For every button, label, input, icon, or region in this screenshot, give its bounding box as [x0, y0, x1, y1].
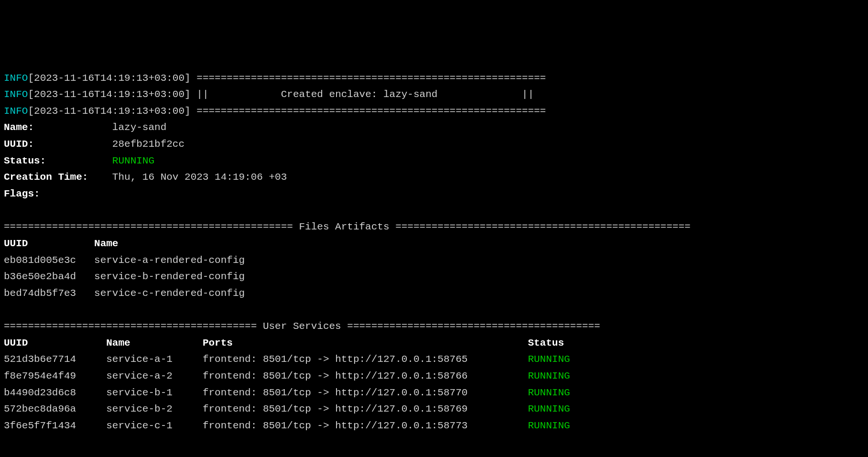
log-border: ========================================…: [196, 73, 546, 84]
summary-status-label: Status:: [4, 155, 112, 166]
files-row: b36e50e2ba4d service-b-rendered-config: [4, 269, 864, 285]
service-ports: frontend: 8501/tcp -> http://127.0.0.1:5…: [203, 403, 528, 414]
service-status: RUNNING: [528, 370, 570, 381]
log-line-banner: INFO[2023-11-16T14:19:13+03:00] || Creat…: [4, 87, 864, 103]
services-row: f8e7954e4f49 service-a-2 frontend: 8501/…: [4, 368, 864, 385]
summary-flags-label: Flags:: [4, 188, 112, 199]
log-timestamp: [2023-11-16T14:19:13+03:00]: [28, 73, 190, 84]
files-header-name: Name: [94, 238, 118, 249]
service-uuid: 572bec8da96a: [4, 403, 106, 414]
files-header-uuid: UUID: [4, 238, 94, 249]
service-name: service-b-1: [106, 387, 203, 398]
service-status: RUNNING: [528, 403, 570, 414]
service-uuid: f8e7954e4f49: [4, 370, 106, 381]
service-name: service-a-2: [106, 370, 203, 381]
files-rows-container: eb081d005e3c service-a-rendered-configb3…: [4, 252, 864, 302]
services-header-name: Name: [106, 337, 203, 348]
services-rows-container: 521d3b6e7714 service-a-1 frontend: 8501/…: [4, 351, 864, 434]
service-name: service-b-2: [106, 403, 203, 414]
files-header-row: UUID Name: [4, 236, 864, 252]
summary-flags-row: Flags:: [4, 186, 864, 203]
services-header-status: Status: [528, 337, 564, 348]
summary-status-row: Status: RUNNING: [4, 153, 864, 170]
services-section-title: ========================================…: [4, 318, 864, 335]
services-row: 3f6e5f7f1434 service-c-1 frontend: 8501/…: [4, 418, 864, 435]
summary-name-row: Name: lazy-sand: [4, 120, 864, 136]
services-header-ports: Ports: [203, 337, 528, 348]
service-status: RUNNING: [528, 354, 570, 365]
log-border: ========================================…: [196, 106, 546, 117]
files-row: eb081d005e3c service-a-rendered-config: [4, 252, 864, 269]
summary-creation-row: Creation Time: Thu, 16 Nov 2023 14:19:06…: [4, 169, 864, 186]
log-line-border-bottom: INFO[2023-11-16T14:19:13+03:00] ========…: [4, 103, 864, 120]
log-timestamp: [2023-11-16T14:19:13+03:00]: [28, 106, 190, 117]
service-name: service-c-1: [106, 420, 203, 431]
summary-uuid-value: 28efb21bf2cc: [112, 139, 184, 150]
log-level: INFO: [4, 106, 28, 117]
service-ports: frontend: 8501/tcp -> http://127.0.0.1:5…: [203, 354, 528, 365]
services-row: b4490d23d6c8 service-b-1 frontend: 8501/…: [4, 385, 864, 402]
services-row: 572bec8da96a service-b-2 frontend: 8501/…: [4, 401, 864, 418]
log-level: INFO: [4, 89, 28, 100]
services-header-row: UUID Name Ports Status: [4, 335, 864, 352]
summary-name-value: lazy-sand: [112, 122, 166, 133]
service-ports: frontend: 8501/tcp -> http://127.0.0.1:5…: [203, 370, 528, 381]
summary-uuid-row: UUID: 28efb21bf2cc: [4, 136, 864, 153]
service-ports: frontend: 8501/tcp -> http://127.0.0.1:5…: [203, 420, 528, 431]
terminal-output: INFO[2023-11-16T14:19:13+03:00] ========…: [4, 70, 864, 435]
summary-creation-value: Thu, 16 Nov 2023 14:19:06 +03: [112, 172, 287, 183]
service-uuid: 521d3b6e7714: [4, 354, 106, 365]
service-uuid: 3f6e5f7f1434: [4, 420, 106, 431]
log-line-border-top: INFO[2023-11-16T14:19:13+03:00] ========…: [4, 70, 864, 87]
summary-uuid-label: UUID:: [4, 139, 112, 150]
summary-status-value: RUNNING: [112, 155, 154, 166]
service-ports: frontend: 8501/tcp -> http://127.0.0.1:5…: [203, 387, 528, 398]
service-uuid: b4490d23d6c8: [4, 387, 106, 398]
log-timestamp: [2023-11-16T14:19:13+03:00]: [28, 89, 190, 100]
files-row: bed74db5f7e3 service-c-rendered-config: [4, 285, 864, 302]
services-row: 521d3b6e7714 service-a-1 frontend: 8501/…: [4, 351, 864, 368]
service-status: RUNNING: [528, 387, 570, 398]
files-section-title: ========================================…: [4, 219, 864, 236]
summary-name-label: Name:: [4, 122, 112, 133]
service-name: service-a-1: [106, 354, 203, 365]
log-banner: || Created enclave: lazy-sand ||: [196, 89, 534, 100]
summary-creation-label: Creation Time:: [4, 172, 112, 183]
log-level: INFO: [4, 73, 28, 84]
service-status: RUNNING: [528, 420, 570, 431]
services-header-uuid: UUID: [4, 337, 106, 348]
